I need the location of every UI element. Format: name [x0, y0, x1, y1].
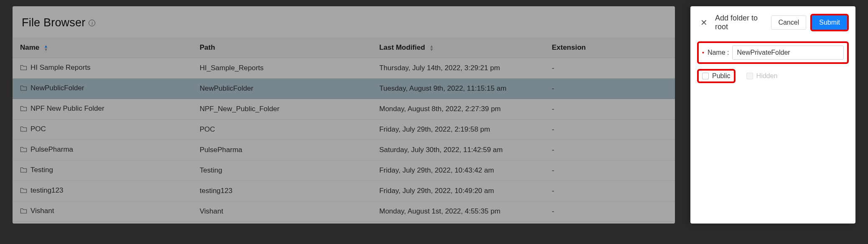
name-field-row: • Name :	[699, 43, 847, 62]
required-indicator: •	[702, 49, 704, 56]
cell-extension: -	[544, 181, 637, 201]
folder-icon	[20, 64, 27, 73]
cell-name-text: HI Sample Reports	[31, 64, 91, 71]
cell-last-modified: Monday, August 8th, 2022, 2:27:39 pm	[372, 99, 544, 119]
cell-name: Vishant	[13, 201, 192, 222]
cell-extra	[638, 79, 675, 99]
cell-name-text: NewPublicFolder	[31, 84, 84, 92]
cell-name-text: testing123	[31, 186, 63, 194]
public-checkbox[interactable]	[702, 73, 709, 79]
table-row[interactable]: NewPublicFolderNewPublicFolderTuesday, A…	[13, 79, 675, 99]
public-checkbox-group: Public	[699, 71, 734, 81]
file-browser-panel: File Browser i Name ▲▼ Path Last Modifie…	[13, 6, 675, 224]
cell-extra	[638, 119, 675, 140]
cell-extra	[638, 201, 675, 222]
cell-last-modified: Tuesday, August 9th, 2022, 11:15:15 am	[372, 79, 544, 99]
cell-name: PulsePharma	[13, 140, 192, 160]
cell-extension: -	[544, 119, 637, 140]
cell-extension: -	[544, 58, 637, 79]
cell-name: NPF New Public Folder	[13, 99, 192, 119]
folder-icon	[20, 126, 27, 134]
hidden-checkbox-label: Hidden	[756, 72, 778, 80]
cell-path: PulsePharma	[192, 140, 372, 160]
folder-icon	[20, 208, 27, 216]
column-header-name-label: Name	[20, 43, 39, 51]
cell-last-modified: Friday, July 29th, 2022, 10:43:42 am	[372, 160, 544, 181]
cell-extra	[638, 160, 675, 181]
cell-last-modified: Friday, July 29th, 2022, 2:19:58 pm	[372, 119, 544, 140]
column-header-name[interactable]: Name ▲▼	[13, 38, 192, 58]
cell-name: POC	[13, 119, 192, 140]
cell-extension: -	[544, 201, 637, 222]
cell-extra	[638, 58, 675, 79]
sort-icon[interactable]: ▲▼	[430, 45, 434, 51]
hidden-checkbox	[746, 73, 753, 79]
cell-name-text: Testing	[31, 166, 53, 174]
column-header-path-label: Path	[200, 43, 215, 51]
cell-name-text: NPF New Public Folder	[31, 104, 104, 112]
cell-path: NPF_New_Public_Folder	[192, 99, 372, 119]
cell-path: Testing	[192, 160, 372, 181]
table-row[interactable]: HI Sample ReportsHI_Sample_ReportsThursd…	[13, 58, 675, 79]
column-header-last-modified-label: Last Modified	[379, 43, 425, 51]
cell-last-modified: Friday, July 29th, 2022, 10:49:20 am	[372, 181, 544, 201]
cell-path: POC	[192, 119, 372, 140]
cell-path: NewPublicFolder	[192, 79, 372, 99]
cell-name: HI Sample Reports	[13, 58, 192, 79]
name-field[interactable]	[732, 46, 844, 60]
cell-name-text: POC	[31, 125, 46, 133]
folder-icon	[20, 85, 27, 93]
cell-extension: -	[544, 79, 637, 99]
panel-title: Add folder to root	[715, 14, 765, 31]
close-icon[interactable]: ✕	[699, 17, 709, 28]
cell-name-text: PulsePharma	[31, 145, 73, 153]
folder-icon	[20, 146, 27, 155]
cell-path: testing123	[192, 181, 372, 201]
cell-name: Testing	[13, 160, 192, 181]
cell-name: NewPublicFolder	[13, 79, 192, 99]
info-icon[interactable]: i	[89, 20, 95, 26]
cancel-button[interactable]: Cancel	[771, 15, 806, 30]
cell-extension: -	[544, 160, 637, 181]
column-header-last-modified[interactable]: Last Modified ▲▼	[372, 38, 544, 58]
cell-extension: -	[544, 140, 637, 160]
cell-last-modified: Thursday, July 14th, 2022, 3:29:21 pm	[372, 58, 544, 79]
cell-name-text: Vishant	[31, 207, 54, 215]
folder-icon	[20, 187, 27, 196]
table-row[interactable]: PulsePharmaPulsePharmaSaturday, July 30t…	[13, 140, 675, 160]
table-row[interactable]: POCPOCFriday, July 29th, 2022, 2:19:58 p…	[13, 119, 675, 140]
sort-icon[interactable]: ▲▼	[44, 45, 48, 51]
cell-extra	[638, 99, 675, 119]
cell-extra	[638, 181, 675, 201]
column-header-extension-label: Extension	[552, 43, 585, 51]
public-checkbox-label: Public	[712, 72, 731, 80]
cell-path: HI_Sample_Reports	[192, 58, 372, 79]
file-table: Name ▲▼ Path Last Modified ▲▼ Extension …	[13, 38, 675, 222]
table-row[interactable]: testing123testing123Friday, July 29th, 2…	[13, 181, 675, 201]
cell-last-modified: Monday, August 1st, 2022, 4:55:35 pm	[372, 201, 544, 222]
page-title: File Browser	[22, 16, 85, 29]
name-field-label: Name :	[708, 49, 729, 56]
cell-name: testing123	[13, 181, 192, 201]
submit-button[interactable]: Submit	[812, 15, 847, 30]
cell-extra	[638, 140, 675, 160]
table-row[interactable]: NPF New Public FolderNPF_New_Public_Fold…	[13, 99, 675, 119]
folder-icon	[20, 167, 27, 175]
cell-last-modified: Saturday, July 30th, 2022, 11:42:59 am	[372, 140, 544, 160]
column-header-extra	[638, 38, 675, 58]
cell-extension: -	[544, 99, 637, 119]
column-header-path[interactable]: Path	[192, 38, 372, 58]
hidden-checkbox-group: Hidden	[743, 71, 781, 81]
add-folder-panel: ✕ Add folder to root Cancel Submit • Nam…	[690, 6, 855, 224]
folder-icon	[20, 105, 27, 114]
table-row[interactable]: VishantVishantMonday, August 1st, 2022, …	[13, 201, 675, 222]
cell-path: Vishant	[192, 201, 372, 222]
column-header-extension[interactable]: Extension	[544, 38, 637, 58]
table-row[interactable]: TestingTestingFriday, July 29th, 2022, 1…	[13, 160, 675, 181]
